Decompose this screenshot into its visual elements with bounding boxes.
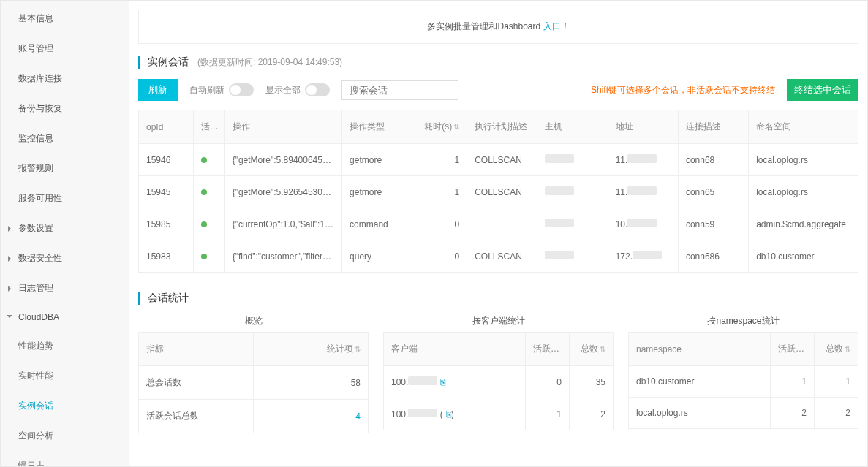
cell-opid: 15945 — [139, 176, 194, 208]
sidebar-item-logs[interactable]: 日志管理 — [1, 273, 129, 303]
cell-conn: conn686 — [678, 240, 748, 273]
sidebar-sub-space[interactable]: 空间分析 — [1, 421, 129, 451]
overview-col-metric[interactable]: 指标 — [139, 333, 254, 366]
cell-host — [537, 240, 608, 273]
dashboard-banner: 多实例批量管理和Dashboard 入口！ — [138, 10, 858, 44]
cell-type: getmore — [342, 176, 412, 208]
sidebar-item-db-conn[interactable]: 数据库连接 — [1, 64, 129, 94]
col-plan[interactable]: 执行计划描述 — [467, 110, 537, 144]
cell-ns: local.oplog.rs — [749, 144, 858, 176]
cell-sec: 0 — [412, 208, 467, 240]
session-update-time: (数据更新时间: 2019-09-04 14:49:53) — [197, 56, 342, 69]
ns-col-active[interactable]: 活跃数⇅ — [771, 333, 815, 366]
sidebar-sub-slowlog[interactable]: 慢日志 — [1, 451, 129, 466]
col-addr[interactable]: 地址 — [608, 110, 678, 144]
cell-value: 4 — [254, 400, 369, 433]
active-dot-icon — [201, 189, 207, 195]
cell-client: 100. (⎘) — [384, 398, 526, 430]
col-optype[interactable]: 操作类型 — [342, 110, 412, 144]
cell-active — [193, 240, 224, 273]
sidebar-item-basic[interactable]: 基本信息 — [1, 4, 129, 34]
active-dot-icon — [201, 221, 207, 227]
table-row[interactable]: local.oplog.rs22 — [629, 398, 858, 429]
col-ns[interactable]: 命名空间 — [749, 110, 858, 144]
overview-col-stat[interactable]: 统计项⇅ — [254, 333, 369, 366]
sort-icon: ⇅ — [453, 124, 459, 130]
session-section-title: 实例会话 (数据更新时间: 2019-09-04 14:49:53) — [138, 56, 858, 69]
table-row[interactable]: 15946{"getMore":5.89400645…getmore1COLLS… — [139, 144, 858, 176]
col-opid[interactable]: opId — [139, 110, 194, 144]
sidebar-sub-realtime[interactable]: 实时性能 — [1, 361, 129, 391]
stats-section-title: 会话统计 — [138, 292, 858, 305]
cell-ns: local.oplog.rs — [629, 398, 771, 429]
col-op[interactable]: 操作 — [224, 110, 341, 144]
table-row[interactable]: 100.⎘035 — [384, 366, 614, 398]
cell-host — [537, 176, 608, 208]
sidebar-item-clouddba[interactable]: CloudDBA — [1, 303, 129, 331]
cell-op: {"getMore":5.92654530… — [224, 176, 341, 208]
cell-client: 100.⎘ — [384, 366, 526, 398]
session-table: opId 活跃 操作 操作类型 耗时(s)⇅ 执行计划描述 主机 地址 连接描述… — [138, 110, 858, 273]
client-table: 客户端 活跃数⇅ 总数⇅ 100.⎘035100. (⎘)12 — [383, 332, 614, 430]
sidebar-item-availability[interactable]: 服务可用性 — [1, 183, 129, 213]
cell-total: 2 — [570, 398, 614, 430]
table-row[interactable]: 15985{"currentOp":1.0,"$all":1…command01… — [139, 208, 858, 240]
banner-link[interactable]: 入口 — [543, 21, 561, 31]
col-host[interactable]: 主机 — [537, 110, 608, 144]
table-row[interactable]: 15983{"find":"customer","filter"…query0C… — [139, 240, 858, 273]
terminate-button[interactable]: 终结选中会话 — [787, 79, 858, 101]
sort-icon: ⇅ — [355, 346, 361, 352]
overview-title: 概览 — [138, 315, 369, 327]
cell-active: 2 — [771, 398, 815, 429]
stats-title: 会话统计 — [148, 292, 189, 305]
active-dot-icon — [201, 254, 207, 259]
sidebar-item-params[interactable]: 参数设置 — [1, 213, 129, 243]
sidebar-item-monitor[interactable]: 监控信息 — [1, 124, 129, 153]
cell-active: 0 — [526, 366, 570, 398]
table-row[interactable]: 活跃会话总数4 — [139, 400, 369, 433]
sidebar-sub-perf-trend[interactable]: 性能趋势 — [1, 331, 129, 361]
ns-table: namespace 活跃数⇅ 总数⇅ db10.customer11local.… — [628, 332, 858, 429]
sidebar: 基本信息 账号管理 数据库连接 备份与恢复 监控信息 报警规则 服务可用性 参数… — [1, 1, 129, 466]
table-header-row: opId 活跃 操作 操作类型 耗时(s)⇅ 执行计划描述 主机 地址 连接描述… — [139, 110, 858, 144]
auto-refresh-toggle[interactable] — [229, 83, 254, 96]
ns-title: 按namespace统计 — [628, 315, 858, 327]
sidebar-item-account[interactable]: 账号管理 — [1, 34, 129, 64]
table-row[interactable]: 总会话数58 — [139, 366, 369, 400]
sidebar-item-alarm[interactable]: 报警规则 — [1, 153, 129, 183]
table-row[interactable]: db10.customer11 — [629, 366, 858, 398]
cell-opid: 15983 — [139, 240, 194, 273]
table-row[interactable]: 100. (⎘)12 — [384, 398, 614, 430]
main-content: 多实例批量管理和Dashboard 入口！ 实例会话 (数据更新时间: 2019… — [129, 1, 867, 466]
col-conn[interactable]: 连接描述 — [678, 110, 748, 144]
cell-conn: conn68 — [678, 144, 748, 176]
table-row[interactable]: 15945{"getMore":5.92654530…getmore1COLLS… — [139, 176, 858, 208]
cell-host — [537, 144, 608, 176]
col-sec[interactable]: 耗时(s)⇅ — [412, 110, 467, 144]
sidebar-sub-instance-session[interactable]: 实例会话 — [1, 391, 129, 421]
col-active[interactable]: 活跃 — [193, 110, 224, 144]
search-input[interactable] — [341, 80, 458, 100]
copy-icon[interactable]: ⎘ — [446, 409, 451, 419]
cell-active: 1 — [526, 398, 570, 430]
cell-addr: 11. — [608, 144, 678, 176]
cell-sec: 1 — [412, 144, 467, 176]
show-all-toggle[interactable] — [305, 83, 330, 96]
refresh-button[interactable]: 刷新 — [138, 79, 178, 101]
ns-col-total[interactable]: 总数⇅ — [815, 333, 858, 366]
cell-op: {"getMore":5.89400645… — [224, 144, 341, 176]
sort-icon: ⇅ — [600, 346, 605, 352]
sidebar-item-security[interactable]: 数据安全性 — [1, 243, 129, 273]
auto-refresh-label: 自动刷新 — [189, 84, 224, 96]
client-col-total[interactable]: 总数⇅ — [570, 333, 614, 366]
show-all-label: 显示全部 — [265, 84, 301, 96]
ns-col-ns[interactable]: namespace — [629, 333, 771, 366]
sidebar-item-backup[interactable]: 备份与恢复 — [1, 94, 129, 124]
cell-op: {"find":"customer","filter"… — [224, 240, 341, 273]
banner-text: 多实例批量管理和Dashboard — [427, 21, 543, 31]
cell-opid: 15946 — [139, 144, 194, 176]
copy-icon[interactable]: ⎘ — [440, 377, 445, 387]
cell-op: {"currentOp":1.0,"$all":1… — [224, 208, 341, 240]
client-col-client[interactable]: 客户端 — [384, 333, 526, 366]
client-col-active[interactable]: 活跃数⇅ — [526, 333, 570, 366]
